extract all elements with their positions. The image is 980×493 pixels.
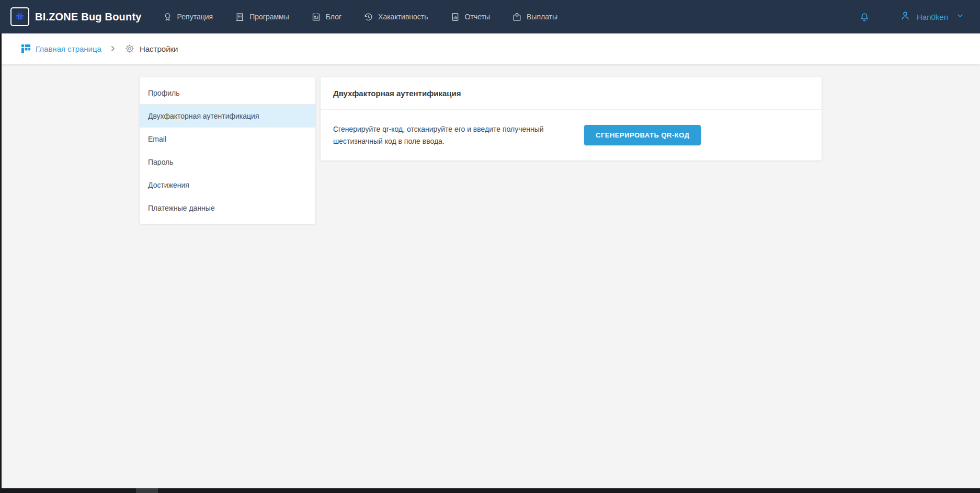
medal-icon (163, 12, 173, 22)
brand-title: BI.ZONE Bug Bounty (35, 11, 142, 23)
nav-item-label: Хакактивность (378, 13, 428, 21)
breadcrumb: Главная страница Настройки (0, 33, 980, 64)
bizone-bug-icon (10, 7, 29, 26)
panel-title: Двухфакторная аутентификация (333, 89, 461, 98)
user-icon (899, 10, 911, 24)
top-navbar: BI.ZONE Bug Bounty Репутация Программы (0, 0, 980, 33)
nav-item-reports[interactable]: Отчеты (450, 12, 490, 22)
username: Han0ken (917, 13, 948, 21)
nav-item-label: Отчеты (465, 13, 490, 21)
user-menu[interactable]: Han0ken (899, 10, 964, 24)
breadcrumb-home-label: Главная страница (36, 44, 101, 53)
nav-item-reputation[interactable]: Репутация (163, 12, 213, 22)
settings-nav-item-email[interactable]: Email (140, 128, 315, 151)
breadcrumb-home-link[interactable]: Главная страница (21, 44, 101, 54)
report-icon (450, 12, 460, 22)
panel-body: Сгенерируйте qr-код, отсканируйте его и … (321, 110, 822, 160)
building-icon (235, 12, 245, 22)
generate-qr-button[interactable]: СГЕНЕРИРОВАТЬ QR-КОД (584, 125, 701, 145)
nav-item-label: Репутация (177, 13, 213, 21)
nav-item-blog[interactable]: Блог (311, 12, 341, 22)
settings-nav-item-password[interactable]: Пароль (140, 151, 315, 174)
notifications-button[interactable] (859, 11, 870, 22)
two-factor-description: Сгенерируйте qr-код, отсканируйте его и … (333, 123, 555, 147)
nav-item-hackactivity[interactable]: Хакактивность (363, 12, 428, 22)
settings-nav-item-payment-data[interactable]: Платежные данные (140, 197, 315, 220)
news-icon (311, 12, 321, 22)
settings-nav-item-2fa[interactable]: Двухфакторная аутентификация (140, 105, 315, 128)
briefcase-icon (512, 12, 522, 22)
nav-item-payouts[interactable]: Выплаты (512, 12, 557, 22)
two-factor-panel: Двухфакторная аутентификация Сгенерируйт… (321, 77, 822, 160)
chevron-down-icon (953, 12, 964, 22)
settings-nav-item-profile[interactable]: Профиль (140, 82, 315, 105)
nav-item-label: Блог (326, 13, 341, 21)
navbar-right: Han0ken (859, 10, 964, 24)
main-nav: Репутация Программы Блог (163, 12, 558, 22)
settings-page: Профиль Двухфакторная аутентификация Ema… (0, 64, 980, 489)
horizontal-scrollbar-thumb[interactable] (136, 488, 158, 493)
nav-item-label: Выплаты (527, 13, 557, 21)
settings-nav-item-achievements[interactable]: Достижения (140, 174, 315, 197)
brand-logo[interactable]: BI.ZONE Bug Bounty (10, 7, 142, 26)
window-left-edge (0, 33, 2, 493)
breadcrumb-current: Настройки (124, 43, 178, 54)
history-icon (363, 12, 373, 22)
settings-side-nav: Профиль Двухфакторная аутентификация Ema… (140, 77, 315, 224)
breadcrumb-current-label: Настройки (140, 44, 178, 53)
nav-item-programs[interactable]: Программы (235, 12, 289, 22)
dashboard-icon (21, 44, 31, 54)
horizontal-scrollbar[interactable] (0, 488, 980, 493)
bell-icon (859, 11, 870, 22)
gear-icon (124, 43, 135, 54)
panel-header: Двухфакторная аутентификация (321, 77, 822, 110)
nav-item-label: Программы (249, 13, 289, 21)
breadcrumb-separator-icon (110, 45, 116, 52)
